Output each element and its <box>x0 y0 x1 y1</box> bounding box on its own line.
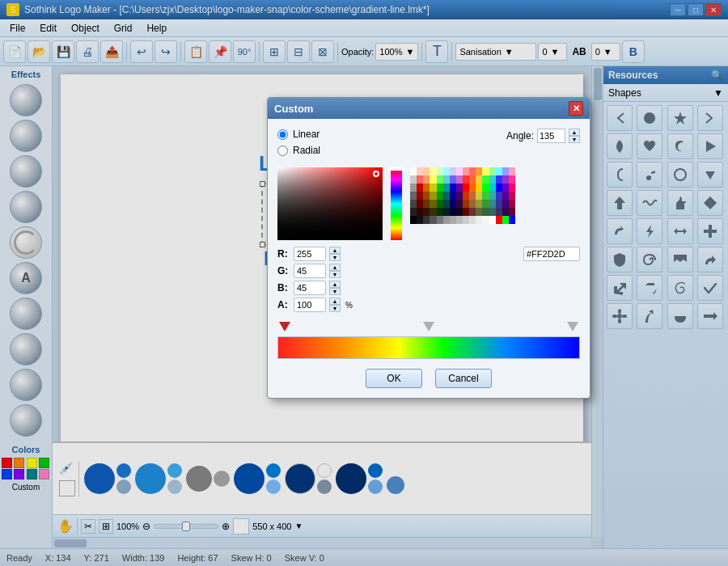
r-input[interactable] <box>294 247 326 261</box>
palette-cell[interactable] <box>423 208 430 216</box>
color-square[interactable] <box>277 167 383 240</box>
palette-cell[interactable] <box>489 192 496 200</box>
palette-cell[interactable] <box>443 167 450 175</box>
palette-cell[interactable] <box>489 216 496 224</box>
palette-cell[interactable] <box>417 208 423 216</box>
r-up-button[interactable]: ▲ <box>329 247 341 254</box>
palette-cell[interactable] <box>463 192 469 200</box>
palette-cell[interactable] <box>456 167 463 175</box>
palette-cell[interactable] <box>496 200 502 208</box>
palette-cell[interactable] <box>476 175 482 184</box>
palette-cell[interactable] <box>450 192 456 200</box>
palette-cell[interactable] <box>463 216 469 224</box>
palette-cell[interactable] <box>502 167 509 175</box>
palette-cell[interactable] <box>417 184 423 192</box>
palette-cell[interactable] <box>456 192 463 200</box>
palette-cell[interactable] <box>450 200 456 208</box>
palette-cell[interactable] <box>496 208 502 216</box>
palette-cell[interactable] <box>430 184 436 192</box>
palette-cell[interactable] <box>410 200 417 208</box>
palette-cell[interactable] <box>476 200 482 208</box>
palette-cell[interactable] <box>443 200 450 208</box>
palette-cell[interactable] <box>410 208 417 216</box>
palette-cell[interactable] <box>482 192 489 200</box>
cancel-button[interactable]: Cancel <box>435 369 492 388</box>
palette-cell[interactable] <box>417 200 423 208</box>
palette-cell[interactable] <box>463 167 469 175</box>
gradient-bar[interactable] <box>277 336 580 359</box>
palette-cell[interactable] <box>469 200 476 208</box>
palette-cell[interactable] <box>509 192 515 200</box>
palette-cell[interactable] <box>443 192 450 200</box>
palette-cell[interactable] <box>463 200 469 208</box>
palette-cell[interactable] <box>482 167 489 175</box>
palette-cell[interactable] <box>502 192 509 200</box>
palette-cell[interactable] <box>437 192 443 200</box>
palette-cell[interactable] <box>410 216 417 224</box>
palette-cell[interactable] <box>509 175 515 184</box>
r-down-button[interactable]: ▼ <box>329 254 341 261</box>
palette-cell[interactable] <box>443 184 450 192</box>
ok-button[interactable]: OK <box>366 369 422 388</box>
palette-cell[interactable] <box>496 184 502 192</box>
palette-cell[interactable] <box>450 216 456 224</box>
palette-cell[interactable] <box>443 208 450 216</box>
g-down-button[interactable]: ▼ <box>329 271 341 278</box>
palette-cell[interactable] <box>496 192 502 200</box>
palette-cell[interactable] <box>423 200 430 208</box>
gradient-arrow-red[interactable] <box>279 322 290 332</box>
palette-cell[interactable] <box>489 184 496 192</box>
palette-cell[interactable] <box>430 208 436 216</box>
a-down-button[interactable]: ▼ <box>329 305 341 312</box>
palette-cell[interactable] <box>476 184 482 192</box>
palette-cell[interactable] <box>437 184 443 192</box>
g-up-button[interactable]: ▲ <box>329 264 341 271</box>
palette-cell[interactable] <box>482 200 489 208</box>
palette-cell[interactable] <box>502 216 509 224</box>
palette-cell[interactable] <box>489 175 496 184</box>
palette-cell[interactable] <box>476 167 482 175</box>
angle-up-button[interactable]: ▲ <box>569 129 580 136</box>
angle-down-button[interactable]: ▼ <box>569 136 580 143</box>
palette-cell[interactable] <box>410 175 417 184</box>
palette-cell[interactable] <box>509 200 515 208</box>
palette-cell[interactable] <box>502 175 509 184</box>
palette-cell[interactable] <box>456 184 463 192</box>
palette-cell[interactable] <box>509 184 515 192</box>
palette-cell[interactable] <box>476 216 482 224</box>
gradient-arrow-right[interactable] <box>567 322 578 332</box>
b-up-button[interactable]: ▲ <box>329 281 341 288</box>
palette-cell[interactable] <box>423 175 430 184</box>
palette-cell[interactable] <box>509 208 515 216</box>
palette-cell[interactable] <box>430 192 436 200</box>
palette-cell[interactable] <box>502 200 509 208</box>
palette-cell[interactable] <box>476 192 482 200</box>
hex-input[interactable] <box>523 247 580 261</box>
palette-cell[interactable] <box>437 200 443 208</box>
palette-cell[interactable] <box>450 167 456 175</box>
color-square-container[interactable] <box>277 167 383 240</box>
palette-cell[interactable] <box>463 184 469 192</box>
color-palette[interactable] <box>410 167 515 240</box>
palette-cell[interactable] <box>482 184 489 192</box>
palette-cell[interactable] <box>502 184 509 192</box>
palette-cell[interactable] <box>410 192 417 200</box>
palette-cell[interactable] <box>417 167 423 175</box>
palette-cell[interactable] <box>463 208 469 216</box>
palette-cell[interactable] <box>423 167 430 175</box>
palette-cell[interactable] <box>430 175 436 184</box>
palette-cell[interactable] <box>469 184 476 192</box>
palette-cell[interactable] <box>489 200 496 208</box>
palette-cell[interactable] <box>496 167 502 175</box>
a-up-button[interactable]: ▲ <box>329 298 341 305</box>
palette-cell[interactable] <box>482 216 489 224</box>
palette-cell[interactable] <box>469 167 476 175</box>
dialog-close-button[interactable]: ✕ <box>569 101 583 116</box>
palette-cell[interactable] <box>437 175 443 184</box>
palette-cell[interactable] <box>456 175 463 184</box>
palette-cell[interactable] <box>437 208 443 216</box>
palette-cell[interactable] <box>410 167 417 175</box>
palette-cell[interactable] <box>496 216 502 224</box>
palette-cell[interactable] <box>482 208 489 216</box>
palette-cell[interactable] <box>469 216 476 224</box>
